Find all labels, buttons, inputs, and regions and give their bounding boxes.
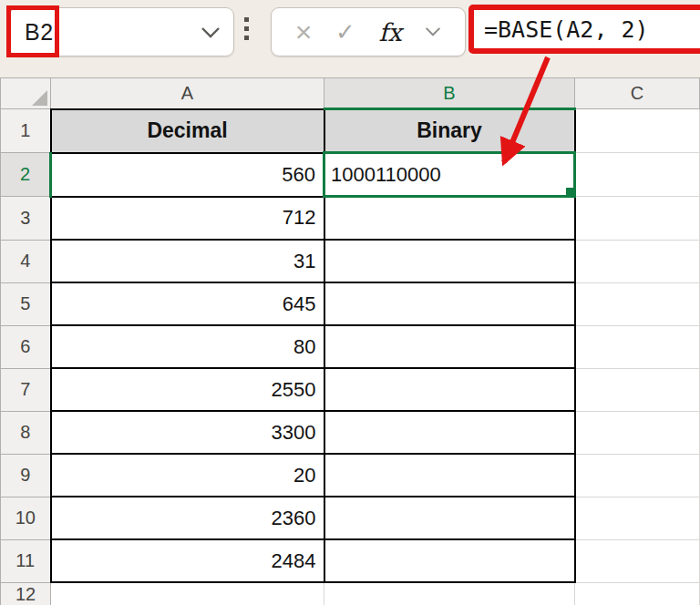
cell-b12[interactable] (324, 582, 575, 605)
table-row: 11 2484 (1, 539, 700, 582)
table-row: 9 20 (1, 454, 700, 497)
cell-b6[interactable] (324, 325, 575, 368)
cell-c8[interactable] (575, 411, 700, 454)
name-box[interactable]: B2 (9, 7, 234, 56)
column-header-c[interactable]: C (575, 78, 700, 109)
chevron-down-icon[interactable] (201, 26, 221, 39)
table-row: 2 560 1000110000 (1, 153, 700, 197)
cell-b4[interactable] (324, 240, 575, 282)
enter-icon[interactable]: ✓ (335, 20, 355, 44)
cell-a6[interactable]: 80 (51, 325, 324, 368)
formula-input[interactable]: =BASE(A2, 2) (468, 5, 700, 54)
formula-bar: B2 × ✓ fx =BASE(A2, 2) (0, 0, 700, 77)
cell-b7[interactable] (324, 368, 575, 411)
cell-b9[interactable] (324, 454, 575, 497)
row-header-7[interactable]: 7 (1, 368, 51, 411)
separator-dots-icon[interactable] (242, 17, 250, 40)
cell-a12[interactable] (51, 582, 324, 605)
cell-c1[interactable] (575, 109, 700, 153)
row-header-6[interactable]: 6 (1, 325, 51, 368)
formula-text: =BASE(A2, 2) (484, 16, 649, 43)
cell-b11[interactable] (324, 539, 575, 582)
table-row: 1 Decimal Binary (1, 109, 700, 153)
table-row: 6 80 (1, 325, 700, 368)
cancel-icon[interactable]: × (295, 17, 313, 46)
fill-handle[interactable] (565, 187, 575, 197)
cell-a8[interactable]: 3300 (51, 411, 324, 454)
row-header-3[interactable]: 3 (1, 197, 51, 241)
table-row: 8 3300 (1, 411, 700, 454)
row-header-11[interactable]: 11 (1, 539, 51, 582)
row-header-10[interactable]: 10 (1, 497, 51, 539)
table-row: 10 2360 (1, 497, 700, 539)
column-header-b[interactable]: B (324, 78, 575, 109)
row-header-5[interactable]: 5 (1, 282, 51, 325)
cell-c6[interactable] (575, 325, 700, 368)
cell-b5[interactable] (324, 282, 575, 325)
column-header-row: A B C (1, 78, 700, 109)
insert-function-icon[interactable]: fx (378, 20, 401, 45)
table-row: 7 2550 (1, 368, 700, 411)
cell-c10[interactable] (575, 497, 700, 539)
cell-b2-selected[interactable]: 1000110000 (324, 153, 575, 197)
cell-a9[interactable]: 20 (51, 454, 324, 497)
row-header-8[interactable]: 8 (1, 411, 51, 454)
cell-c11[interactable] (575, 539, 700, 582)
cell-c7[interactable] (575, 368, 700, 411)
cell-b3[interactable] (324, 197, 575, 241)
row-header-1[interactable]: 1 (1, 109, 51, 153)
row-header-4[interactable]: 4 (1, 240, 51, 282)
cell-b1[interactable]: Binary (324, 109, 575, 153)
name-box-value: B2 (25, 19, 54, 46)
cell-b10[interactable] (324, 497, 575, 539)
cell-c12[interactable] (575, 582, 700, 605)
table-row: 5 645 (1, 282, 700, 325)
column-header-a[interactable]: A (51, 78, 324, 109)
cell-c2[interactable] (575, 153, 700, 197)
cell-a3[interactable]: 712 (51, 197, 324, 241)
cell-c5[interactable] (575, 282, 700, 325)
formula-buttons: × ✓ fx (271, 7, 466, 56)
cell-a11[interactable]: 2484 (51, 539, 324, 582)
row-header-12[interactable]: 12 (1, 582, 51, 605)
cell-b2-value: 1000110000 (331, 163, 441, 186)
cell-a1[interactable]: Decimal (51, 109, 324, 153)
table-row: 4 31 (1, 240, 700, 282)
cell-a4[interactable]: 31 (51, 240, 324, 282)
cell-a7[interactable]: 2550 (51, 368, 324, 411)
cell-c9[interactable] (575, 454, 700, 497)
cell-c3[interactable] (575, 197, 700, 241)
cell-c4[interactable] (575, 240, 700, 282)
cell-a10[interactable]: 2360 (51, 497, 324, 539)
table-row: 12 (1, 582, 700, 605)
select-all-button[interactable] (1, 78, 51, 109)
cell-a2[interactable]: 560 (51, 153, 324, 197)
row-header-9[interactable]: 9 (1, 454, 51, 497)
row-header-2[interactable]: 2 (1, 153, 51, 197)
table-row: 3 712 (1, 197, 700, 241)
cell-b8[interactable] (324, 411, 575, 454)
cell-a5[interactable]: 645 (51, 282, 324, 325)
chevron-down-icon[interactable] (425, 26, 441, 37)
spreadsheet-grid: A B C 1 Decimal Binary 2 560 1000110000 … (0, 77, 700, 605)
select-all-triangle-icon (32, 90, 47, 106)
